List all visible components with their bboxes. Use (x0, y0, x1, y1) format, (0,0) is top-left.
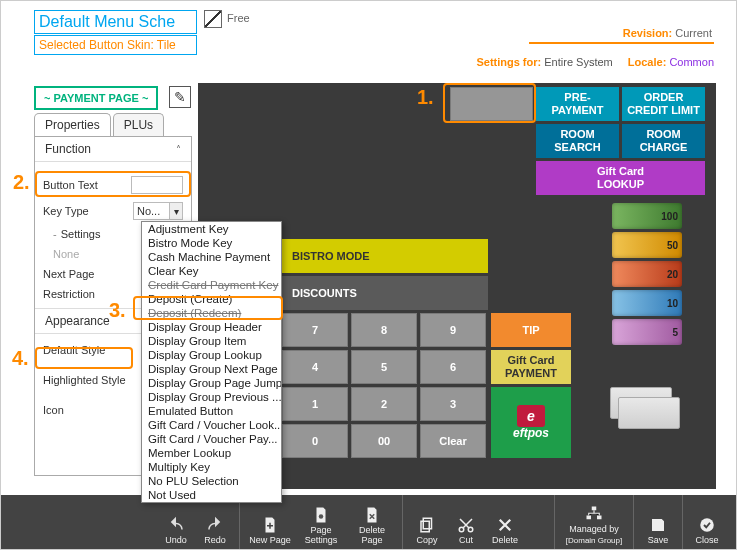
keypad-3[interactable]: 3 (420, 387, 486, 421)
order-credit-limit-button[interactable]: ORDERCREDIT LIMIT (622, 87, 705, 121)
keypad-7[interactable]: 7 (282, 313, 348, 347)
page-chip[interactable]: ~ PAYMENT PAGE ~ (34, 86, 158, 110)
close-button[interactable]: Close (692, 495, 722, 549)
keypad-clear[interactable]: Clear (420, 424, 486, 458)
room-search-button[interactable]: ROOMSEARCH (536, 124, 619, 158)
keypad-2[interactable]: 2 (351, 387, 417, 421)
callout-2-label: 2. (13, 171, 30, 194)
gift-card-payment-button[interactable]: Gift CardPAYMENT (491, 350, 571, 384)
keypad-9[interactable]: 9 (420, 313, 486, 347)
dd-item[interactable]: Adjustment Key (142, 222, 281, 236)
key-type-value: No... (133, 202, 169, 220)
managed-by-button[interactable]: Managed by [Domain Group] (564, 495, 624, 549)
property-tabs: Properties PLUs (34, 113, 192, 137)
svg-rect-6 (587, 516, 592, 520)
cut-button[interactable]: Cut (451, 495, 481, 549)
svg-point-0 (319, 514, 324, 519)
chevron-down-icon[interactable]: ▾ (169, 202, 183, 220)
tab-plus[interactable]: PLUs (113, 113, 164, 137)
svg-rect-5 (592, 507, 597, 511)
note-20[interactable]: 20 (612, 261, 682, 287)
dd-item[interactable]: Display Group Header (142, 320, 281, 334)
dd-item[interactable]: Display Group Page Jump (142, 376, 281, 390)
divider (529, 42, 714, 44)
pre-payment-button[interactable]: PRE-PAYMENT (536, 87, 619, 121)
settings-for-line: Settings for: Entire System Locale: Comm… (476, 56, 714, 68)
dd-item[interactable]: Gift Card / Voucher Look... (142, 418, 281, 432)
dd-item[interactable]: Emulated Button (142, 404, 281, 418)
note-10[interactable]: 10 (612, 290, 682, 316)
keypad-5[interactable]: 5 (351, 350, 417, 384)
gift-card-lookup-button[interactable]: Gift CardLOOKUP (536, 161, 705, 195)
dd-item[interactable]: Not Used (142, 488, 281, 502)
room-charge-button[interactable]: ROOMCHARGE (622, 124, 705, 158)
settings-for-value[interactable]: Entire System (544, 56, 612, 68)
revision-value: Current (675, 27, 712, 39)
keypad-8[interactable]: 8 (351, 313, 417, 347)
hierarchy-icon (585, 505, 603, 523)
button-text-input[interactable] (131, 176, 183, 194)
row-button-text: Button Text (35, 172, 191, 198)
paste-icon[interactable]: ✎ (169, 86, 191, 108)
keypad-00[interactable]: 00 (351, 424, 417, 458)
dd-item[interactable]: No PLU Selection (142, 474, 281, 488)
dd-item[interactable]: Display Group Next Page (142, 362, 281, 376)
dd-item[interactable]: Member Lookup (142, 446, 281, 460)
free-label: Free (227, 12, 250, 24)
delete-button[interactable]: Delete (490, 495, 520, 549)
undo-button[interactable]: Undo (161, 495, 191, 549)
page-settings-button[interactable]: Page Settings (300, 495, 342, 549)
page-gear-icon (312, 506, 330, 524)
keypad-4[interactable]: 4 (282, 350, 348, 384)
keypad-0[interactable]: 0 (282, 424, 348, 458)
menu-title[interactable]: Default Menu Sche (34, 10, 197, 34)
note-100[interactable]: 100 (612, 203, 682, 229)
tab-properties[interactable]: Properties (34, 113, 111, 137)
locale-label: Locale: (628, 56, 667, 68)
free-icon[interactable] (204, 10, 222, 28)
eftpos-button[interactable]: e eftpos (491, 387, 571, 458)
delete-page-button[interactable]: Delete Page (351, 495, 393, 549)
keypad-1[interactable]: 1 (282, 387, 348, 421)
dd-item[interactable]: Display Group Item (142, 334, 281, 348)
key-type-dropdown[interactable]: No... ▾ (133, 202, 183, 220)
dd-item[interactable]: Cash Machine Payment (142, 250, 281, 264)
key-type-dropdown-list[interactable]: Adjustment Key Bistro Mode Key Cash Mach… (141, 221, 282, 503)
new-page-button[interactable]: New Page (249, 495, 291, 549)
copy-button[interactable]: Copy (412, 495, 442, 549)
page-plus-icon (261, 516, 279, 534)
eftpos-logo-icon: e (517, 405, 545, 427)
close-icon (496, 516, 514, 534)
dd-item[interactable]: Bistro Mode Key (142, 236, 281, 250)
locale-value[interactable]: Common (669, 56, 714, 68)
dd-item[interactable]: Gift Card / Voucher Pay... (142, 432, 281, 446)
tip-button[interactable]: TIP (491, 313, 571, 347)
discounts-button[interactable]: DISCOUNTS (282, 276, 488, 310)
dd-item[interactable]: Display Group Previous ... (142, 390, 281, 404)
redo-button[interactable]: Redo (200, 495, 230, 549)
svg-rect-7 (597, 516, 602, 520)
section-function-label: Function (45, 142, 91, 156)
key-type-label: Key Type (43, 205, 133, 217)
dd-item-deposit-create[interactable]: Deposit (Create) (142, 292, 281, 306)
dd-item[interactable]: Multiply Key (142, 460, 281, 474)
note-5[interactable]: 5 (612, 319, 682, 345)
cash-stack-icon[interactable] (610, 387, 680, 431)
dd-item[interactable]: Clear Key (142, 264, 281, 278)
page-x-icon (363, 506, 381, 524)
dd-item[interactable]: Credit Card Payment Key (142, 278, 281, 292)
blank-button[interactable] (450, 87, 533, 121)
settings-for-label: Settings for: (476, 56, 541, 68)
callout-4-label: 4. (12, 347, 29, 370)
section-appearance-label: Appearance (45, 314, 110, 328)
undo-icon (167, 516, 185, 534)
bistro-mode-button[interactable]: BISTRO MODE (282, 239, 488, 273)
dd-item[interactable]: Deposit (Redeem) (142, 306, 281, 320)
keypad-6[interactable]: 6 (420, 350, 486, 384)
dd-item[interactable]: Display Group Lookup (142, 348, 281, 362)
note-50[interactable]: 50 (612, 232, 682, 258)
save-button[interactable]: Save (643, 495, 673, 549)
section-function[interactable]: Function ˄ (35, 137, 191, 162)
button-text-label: Button Text (43, 179, 131, 191)
bottom-toolbar: Undo Redo New Page Page Settings Delete … (1, 495, 736, 549)
